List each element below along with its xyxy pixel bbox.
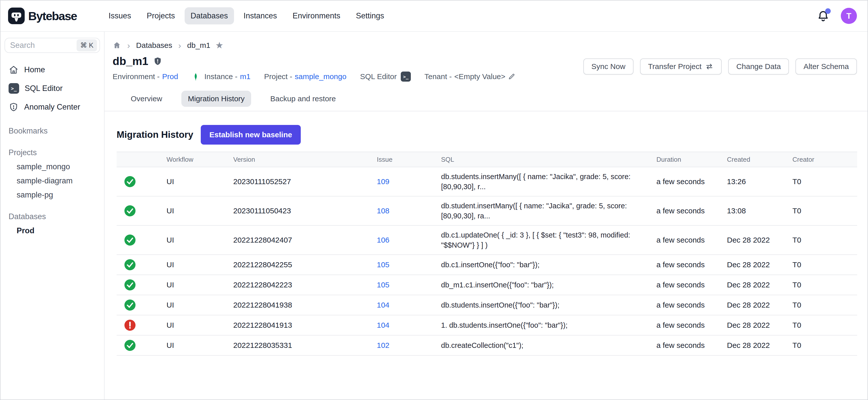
sidebar-header-projects: Projects xyxy=(0,146,104,160)
breadcrumb-db-m1[interactable]: db_m1 xyxy=(187,41,210,50)
table-row[interactable]: UI 20230111050423 108 db.student.insertM… xyxy=(117,196,857,226)
sidebar: Search ⌘ K Home >_ SQL Editor xyxy=(0,32,104,400)
creator-cell: T0 xyxy=(793,280,857,290)
table-header-row: Workflow Version Issue SQL Duration Crea… xyxy=(117,152,857,167)
notification-dot xyxy=(825,8,831,14)
sync-now-button[interactable]: Sync Now xyxy=(583,58,633,74)
version-cell: 20221228041938 xyxy=(233,300,377,310)
sql-cell: db.c1.updateOne( { _id: 3 }, [ { $set: {… xyxy=(441,230,656,250)
edit-pencil-icon[interactable] xyxy=(508,73,515,80)
sql-editor-launch-icon[interactable]: >_ xyxy=(401,71,411,82)
search-input[interactable]: Search ⌘ K xyxy=(4,38,100,53)
tenant-label: Tenant - xyxy=(425,72,452,81)
version-cell: 20221228035331 xyxy=(233,340,377,350)
table-row[interactable]: UI 20221228035331 102 db.createCollectio… xyxy=(117,336,857,356)
change-data-button[interactable]: Change Data xyxy=(728,58,789,74)
issue-link[interactable]: 105 xyxy=(377,260,441,270)
sql-editor-label: SQL Editor xyxy=(360,72,397,81)
nav-item-issues[interactable]: Issues xyxy=(102,7,137,25)
transfer-project-button[interactable]: Transfer Project xyxy=(640,58,722,74)
sidebar-item-anomaly-center[interactable]: Anomaly Center xyxy=(0,98,104,116)
breadcrumb-separator: › xyxy=(126,41,131,50)
table-row[interactable]: UI 20221228041938 104 db.students.insert… xyxy=(117,295,857,315)
workflow-cell: UI xyxy=(166,340,233,350)
nav-item-databases[interactable]: Databases xyxy=(185,7,234,25)
environment-label: Environment - xyxy=(113,72,160,81)
sidebar-item-home[interactable]: Home xyxy=(0,60,104,79)
creator-cell: T0 xyxy=(793,300,857,310)
sidebar-database-prod[interactable]: Prod xyxy=(0,224,104,238)
status-success-icon xyxy=(124,259,135,270)
sidebar-project-sample-mongo[interactable]: sample_mongo xyxy=(0,160,104,174)
avatar[interactable]: T xyxy=(841,8,857,24)
sidebar-item-label: Home xyxy=(24,65,45,74)
alter-schema-button[interactable]: Alter Schema xyxy=(796,58,857,74)
table-row[interactable]: UI 20221228042255 105 db.c1.insertOne({"… xyxy=(117,255,857,275)
sql-cell: db.students.insertOne({"foo": "bar"}); xyxy=(441,300,656,310)
sql-cell: 1. db.students.insertOne({"foo": "bar"})… xyxy=(441,320,656,330)
migration-history-section: Migration History Establish new baseline… xyxy=(104,125,868,356)
transfer-arrows-icon xyxy=(705,62,714,71)
created-cell: Dec 28 2022 xyxy=(727,320,793,330)
environment-link[interactable]: Prod xyxy=(162,72,178,81)
issue-link[interactable]: 109 xyxy=(377,177,441,187)
favorite-star-icon[interactable]: ★ xyxy=(215,40,223,51)
sql-cell: db.createCollection("c1"); xyxy=(441,340,656,350)
creator-cell: T0 xyxy=(793,177,857,187)
duration-cell: a few seconds xyxy=(656,206,727,216)
version-cell: 20230111050423 xyxy=(233,206,377,216)
nav-item-projects[interactable]: Projects xyxy=(141,7,181,25)
sql-cell: db.c1.insertOne({"foo": "bar"}); xyxy=(441,260,656,270)
table-row[interactable]: UI 20221228042407 106 db.c1.updateOne( {… xyxy=(117,226,857,255)
issue-link[interactable]: 102 xyxy=(377,340,441,350)
project-link[interactable]: sample_mongo xyxy=(295,72,346,81)
workflow-cell: UI xyxy=(166,280,233,290)
table-row[interactable]: UI 20221228042223 105 db_m1.c1.insertOne… xyxy=(117,275,857,295)
sidebar-project-sample-diagram[interactable]: sample-diagram xyxy=(0,174,104,188)
issue-link[interactable]: 104 xyxy=(377,300,441,310)
brand[interactable]: Bytebase xyxy=(8,7,102,24)
workflow-cell: UI xyxy=(166,300,233,310)
nav-item-environments[interactable]: Environments xyxy=(287,7,347,25)
transfer-project-label: Transfer Project xyxy=(648,62,702,71)
created-cell: Dec 28 2022 xyxy=(727,260,793,270)
home-icon xyxy=(8,65,19,75)
table-row[interactable]: UI 20230111052527 109 db.students.insert… xyxy=(117,167,857,196)
breadcrumb-databases[interactable]: Databases xyxy=(136,41,172,50)
issue-link[interactable]: 104 xyxy=(377,320,441,330)
brand-name: Bytebase xyxy=(28,9,77,23)
sidebar-item-label: Anomaly Center xyxy=(24,102,80,112)
column-creator: Creator xyxy=(793,156,857,163)
created-cell: 13:08 xyxy=(727,206,793,216)
column-duration: Duration xyxy=(656,156,727,163)
instance-link[interactable]: m1 xyxy=(240,72,251,81)
issue-link[interactable]: 105 xyxy=(377,280,441,290)
column-issue: Issue xyxy=(377,156,441,163)
created-cell: Dec 28 2022 xyxy=(727,300,793,310)
tab-backup-and-restore[interactable]: Backup and restore xyxy=(264,91,342,107)
duration-cell: a few seconds xyxy=(656,177,727,187)
page-header: db_m1 Environment - Prod xyxy=(104,55,868,82)
home-breadcrumb-icon[interactable] xyxy=(113,41,121,50)
nav-item-instances[interactable]: Instances xyxy=(238,7,283,25)
sql-cell: db.students.insertMany([ { name: "Jacika… xyxy=(441,172,656,192)
issue-link[interactable]: 106 xyxy=(377,235,441,245)
section-heading: Migration History xyxy=(117,129,193,140)
notification-bell-icon[interactable] xyxy=(817,9,830,23)
workflow-cell: UI xyxy=(166,320,233,330)
tab-migration-history[interactable]: Migration History xyxy=(181,91,251,107)
table-row[interactable]: UI 20221228041913 104 1. db.students.ins… xyxy=(117,315,857,336)
creator-cell: T0 xyxy=(793,340,857,350)
status-error-icon xyxy=(124,320,135,331)
issue-link[interactable]: 108 xyxy=(377,206,441,216)
status-success-icon xyxy=(124,176,135,187)
tab-overview[interactable]: Overview xyxy=(124,91,169,107)
sidebar-header-databases: Databases xyxy=(0,210,104,224)
sidebar-project-sample-pg[interactable]: sample-pg xyxy=(0,188,104,202)
nav-item-settings[interactable]: Settings xyxy=(350,7,390,25)
sidebar-item-sql-editor[interactable]: >_ SQL Editor xyxy=(0,79,104,98)
status-success-icon xyxy=(124,235,135,246)
establish-baseline-button[interactable]: Establish new baseline xyxy=(201,125,301,145)
project-label: Project - xyxy=(264,72,292,81)
version-cell: 20230111052527 xyxy=(233,177,377,187)
